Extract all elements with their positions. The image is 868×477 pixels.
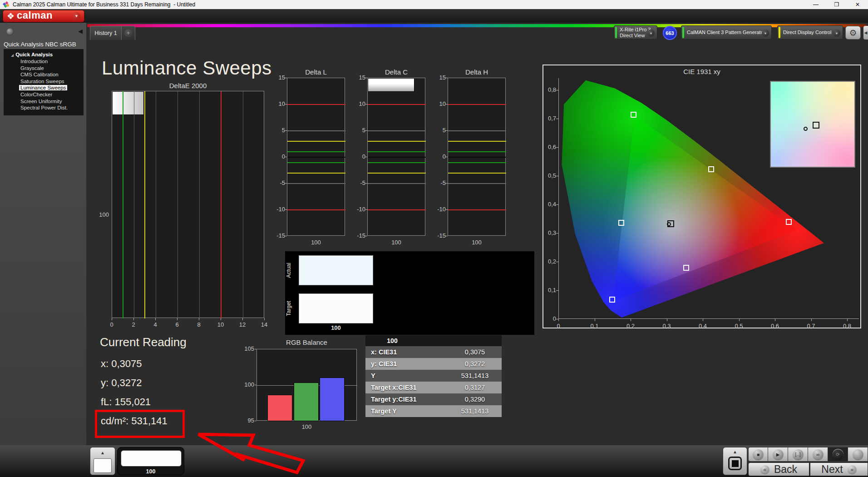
tree-item-saturation-sweeps[interactable]: Saturation Sweeps	[4, 78, 84, 85]
limit-line-yellow	[448, 141, 506, 142]
arrow-up-icon: ▲	[733, 447, 737, 457]
app-icon	[3, 1, 9, 8]
table-row: y: CIE310,3272	[365, 358, 502, 370]
extra-transport-button[interactable]	[848, 447, 868, 462]
limit-line-green	[368, 151, 426, 152]
current-reading-title: Current Reading	[100, 335, 236, 349]
tree-item-luminance-sweeps[interactable]: Luminance Sweeps	[4, 84, 84, 91]
limit-line-yellow	[287, 141, 345, 142]
deltae-plot	[112, 91, 264, 318]
limit-line-green	[448, 162, 506, 163]
reading-line-y: y: 0,3272	[101, 377, 142, 389]
cie-1931-chart: CIE 1931 xy	[542, 65, 861, 328]
calman-diamond-icon: ❖	[7, 12, 15, 20]
close-button[interactable]: ✕	[847, 0, 868, 9]
display-control-label: Direct Display Control	[783, 30, 831, 35]
sweep-strip-swatch[interactable]	[121, 450, 182, 467]
continuous-read-button[interactable]: ∞	[808, 447, 828, 462]
sidebar-collapse-button[interactable]: ◀	[78, 28, 84, 35]
stop-button[interactable]: ■	[748, 447, 768, 462]
limit-line-green	[448, 151, 506, 152]
cie-target-green	[631, 112, 636, 118]
play-button[interactable]: ▶	[768, 447, 788, 462]
sidebar-orb-button[interactable]	[6, 28, 14, 35]
tree-item-colorchecker[interactable]: ColorChecker	[4, 91, 84, 98]
tree-item-cms-calibration[interactable]: CMS Calibration	[4, 71, 84, 78]
step-read-icon: [‥]	[793, 449, 804, 460]
chevron-down-icon: ▼	[833, 30, 840, 37]
session-tab-bar: History 1 +	[90, 26, 135, 40]
refresh-read-button[interactable]: ⟳	[828, 447, 848, 462]
limit-line-gray	[368, 130, 426, 131]
window-title: Calman 2025 Calman Ultimate for Business…	[13, 1, 195, 8]
limit-line-green	[123, 91, 123, 318]
add-tab-button[interactable]: +	[122, 26, 135, 40]
limit-line-red	[368, 209, 426, 210]
zero-line	[368, 157, 426, 158]
restore-button[interactable]: ❐	[826, 0, 847, 9]
calman-menu-button[interactable]: ❖ calman ▼	[3, 10, 84, 22]
table-row: Target Y531,1413	[365, 405, 502, 417]
display-control-status-accent	[779, 27, 780, 38]
zero-line	[287, 157, 345, 158]
sidebar: ◀ Quick Analysis NBC sRGB ◢Quick Analysi…	[0, 23, 86, 445]
cie-target-red	[786, 219, 792, 225]
tree-root[interactable]: ◢Quick Analysis	[4, 51, 84, 58]
rgb-bar-red	[267, 395, 292, 421]
stop-icon: ■	[753, 449, 764, 460]
deltaH-title: Delta H	[448, 68, 506, 76]
chevron-down-icon: ▼	[762, 30, 769, 37]
step-read-button[interactable]: [‥]	[788, 447, 808, 462]
meter-status-accent	[615, 27, 617, 38]
deltaH-xlabel: 100	[448, 239, 506, 246]
tree-item-grayscale[interactable]: Grayscale	[4, 65, 84, 72]
blank-icon	[853, 449, 863, 460]
deltaL-plot	[287, 78, 345, 236]
arrow-up-icon: ▲	[100, 447, 105, 458]
display-control-dropdown[interactable]: Direct Display Control ▼	[777, 25, 843, 40]
delta-h-chart: Delta H151050-5-10-15100	[433, 68, 508, 250]
deltaC-xlabel: 100	[367, 239, 425, 246]
limit-line-red	[287, 104, 345, 105]
inset-measured-point	[804, 127, 808, 131]
cie-target-magenta	[683, 265, 689, 271]
cie-chart-title: CIE 1931 xy	[543, 68, 860, 75]
limit-line-green	[368, 162, 426, 163]
deltaL-xlabel: 100	[287, 239, 345, 246]
back-label: Back	[774, 463, 797, 476]
rgb-bar-green	[294, 383, 319, 421]
limit-line-red	[448, 209, 506, 210]
chevron-down-icon: ▼	[647, 30, 655, 37]
deltaC-plot	[367, 78, 425, 236]
limit-line-gray	[368, 183, 426, 184]
chevron-down-icon: ▼	[73, 12, 80, 20]
rgb-plot	[256, 349, 357, 421]
settings-button[interactable]: ⚙	[845, 26, 861, 40]
panel-expand-button[interactable]: ◀	[863, 26, 868, 40]
sweep-level-up-button[interactable]: ▲	[90, 447, 115, 475]
zero-line	[448, 157, 506, 158]
inset-target-marker	[813, 122, 819, 129]
meter-mode: Direct View	[620, 33, 651, 39]
tree-item-screen-uniformity[interactable]: Screen Uniformity	[4, 98, 84, 105]
back-button[interactable]: « Back	[748, 462, 809, 476]
rgb-title: RGB Balance	[256, 338, 357, 346]
minimize-button[interactable]: —	[805, 0, 826, 9]
limit-line-gray	[287, 130, 345, 131]
chevron-double-left-icon: «	[760, 465, 769, 474]
display-toggle-button[interactable]: ▲	[723, 447, 747, 475]
tree-item-spectral-power-dist-[interactable]: Spectral Power Dist.	[4, 104, 84, 111]
limit-line-yellow	[368, 141, 426, 142]
next-button[interactable]: Next »	[810, 462, 868, 476]
limit-line-green	[287, 162, 345, 163]
pattern-generator-dropdown[interactable]: CalMAN Client 3 Pattern Generator ▼	[681, 25, 772, 40]
meter-dropdown[interactable]: X-Rite i1Pro 3Direct View ▼	[614, 25, 657, 40]
deltae-title: DeltaE 2000	[112, 82, 264, 89]
target-color-swatch	[299, 293, 373, 323]
limit-line-red	[368, 104, 426, 105]
table-row: Target x:CIE310,3127	[365, 382, 502, 393]
tab-history-1[interactable]: History 1	[90, 26, 122, 40]
tree-item-introduction[interactable]: Introduction	[4, 58, 84, 65]
rgb-bar-blue	[320, 378, 345, 421]
actual-color-swatch	[299, 255, 373, 285]
